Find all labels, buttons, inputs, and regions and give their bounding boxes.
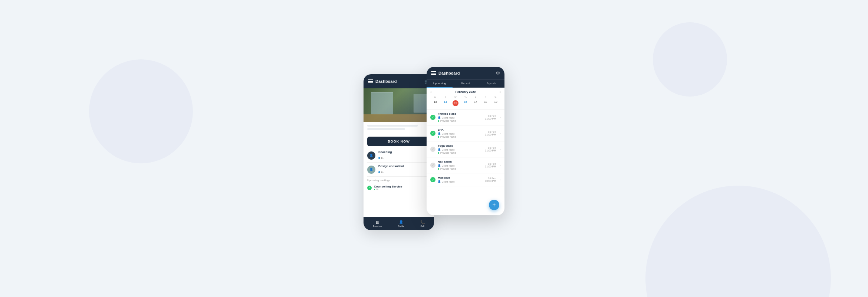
booking-name: Massage — [438, 176, 483, 179]
footer-item-call[interactable]: 📞 Call — [420, 220, 425, 227]
bookings-list: ✓ Fitness class 👤 Client name Provider n… — [427, 110, 504, 186]
booking-item[interactable]: ✓ Fitness class 👤 Client name Provider n… — [427, 110, 504, 125]
booking-item[interactable]: ✓ SPA 👤 Client name Provider name 16 Feb — [427, 125, 504, 141]
day-label-s: S — [481, 96, 491, 98]
service-badge: 1h — [378, 171, 384, 173]
booking-datetime: 16 Feb 10:00 PM — [485, 177, 496, 182]
cal-date-15[interactable]: 15 — [450, 99, 460, 107]
provider-name: Provider name — [440, 120, 456, 122]
profile-icon: 👤 — [399, 220, 403, 224]
service-info: Design consultant 1h — [378, 164, 404, 174]
badge-dot — [378, 171, 380, 173]
booking-date: 16 Feb — [485, 131, 496, 133]
provider-dot — [438, 136, 439, 138]
client-icon: 👤 — [438, 148, 441, 151]
booking-check-icon: ✓ — [430, 163, 435, 168]
fab-add-button[interactable]: + — [489, 200, 499, 210]
day-label-su: Su — [491, 96, 501, 98]
check-mark: ✓ — [432, 116, 434, 119]
footer-item-profile[interactable]: 👤 Profile — [398, 220, 404, 227]
booking-client: 👤 Client name — [438, 132, 483, 135]
provider-dot — [438, 120, 439, 122]
badge-dot — [378, 157, 380, 159]
cal-date-17[interactable]: 17 — [471, 99, 481, 107]
booking-check-icon: ✓ — [430, 115, 435, 120]
booking-provider: Provider name — [438, 167, 483, 170]
booking-item[interactable]: ✓ Yoga class 👤 Client name Provider name… — [427, 141, 504, 157]
hamburger-line-3 — [368, 82, 373, 83]
hamburger-icon-right[interactable] — [431, 71, 436, 75]
upcoming-name: Counselling Service — [374, 185, 402, 188]
client-name: Client name — [442, 180, 455, 183]
cal-date-19[interactable]: 19 — [491, 99, 501, 107]
booking-name: SPA — [438, 128, 483, 131]
day-label-f: F — [471, 96, 481, 98]
calendar-day-labels: M T W Th F S Su — [430, 96, 501, 98]
booking-date: 16 Feb — [485, 115, 496, 117]
booking-info: Massage 👤 Client name — [438, 176, 483, 183]
booking-client: 👤 Client name — [438, 148, 483, 151]
booking-datetime: 16 Feb 11:00 PM — [485, 131, 496, 136]
phone-right-header: Dashboard ⚙ — [427, 67, 504, 79]
booking-date: 16 Feb — [485, 147, 496, 149]
hamburger-line-1 — [368, 79, 373, 80]
skeleton-line-1 — [367, 125, 418, 127]
hero-image — [364, 88, 434, 122]
booking-check-icon: ✓ — [430, 131, 435, 136]
upcoming-title: Upcoming bookings — [367, 179, 430, 182]
arrow-icon: › — [500, 132, 501, 135]
phone-left-footer: ▦ Bookings 👤 Profile 📞 Call — [364, 217, 434, 230]
cal-date-14[interactable]: 14 — [440, 99, 450, 107]
footer-item-bookings[interactable]: ▦ Bookings — [373, 220, 382, 227]
tab-recent[interactable]: Recent — [453, 80, 479, 88]
cal-next-button[interactable]: › — [500, 90, 501, 94]
booking-name: Yoga class — [438, 144, 483, 147]
tab-upcoming[interactable]: Upcoming — [427, 80, 453, 88]
bookings-icon: ▦ — [376, 220, 379, 224]
book-now-button[interactable]: BOOK NOW — [367, 137, 430, 146]
booking-date: 16 Feb — [485, 163, 496, 165]
booking-item[interactable]: ✓ Massage 👤 Client name 16 Feb 10:00 PM … — [427, 173, 504, 186]
hamburger-icon[interactable] — [368, 79, 373, 83]
day-label-w: W — [450, 96, 460, 98]
tabs-row: Upcoming Recent Agenda — [427, 79, 504, 88]
upcoming-info: Counselling Service ● 1h — [374, 185, 402, 190]
tab-agenda[interactable]: Agenda — [479, 80, 504, 88]
phone-right: Dashboard ⚙ Upcoming Recent Agenda ‹ Feb… — [427, 67, 504, 215]
filter-icon[interactable]: ⚙ — [496, 71, 500, 76]
bg-circle-bottom-right — [645, 186, 831, 297]
cal-date-18[interactable]: 18 — [481, 99, 491, 107]
calendar-section: ‹ February 2020 › M T W Th F S Su 13 14 … — [427, 88, 504, 110]
check-mark: ✓ — [432, 132, 434, 135]
badge-text: 1h — [381, 171, 384, 173]
service-list: 👤 Coaching 1h 👤 Design consultant — [364, 148, 434, 177]
service-name: Design consultant — [378, 164, 404, 168]
provider-dot — [438, 152, 439, 154]
booking-date: 16 Feb — [485, 177, 496, 180]
booking-datetime: 16 Feb 11:00 PM — [485, 163, 496, 168]
booking-datetime: 16 Feb 11:00 PM — [485, 147, 496, 152]
upcoming-section: Upcoming bookings ✓ Counselling Service … — [364, 177, 434, 193]
header-left: Dashboard — [368, 79, 397, 84]
client-icon: 👤 — [438, 116, 441, 119]
time-dot: ● — [374, 188, 375, 190]
bg-circle-right-top — [653, 22, 727, 97]
footer-label: Call — [420, 225, 424, 227]
booking-client: 👤 Client name — [438, 164, 483, 167]
booking-name: Fitness class — [438, 112, 483, 115]
cal-prev-button[interactable]: ‹ — [430, 90, 431, 94]
client-name: Client name — [442, 148, 455, 151]
cal-date-16[interactable]: 16 — [460, 99, 470, 107]
check-mark: ✓ — [432, 178, 434, 182]
upcoming-duration: 1h — [376, 188, 379, 190]
booking-provider: Provider name — [438, 120, 483, 122]
arrow-icon: › — [500, 148, 501, 151]
cal-date-13[interactable]: 13 — [430, 99, 440, 107]
provider-name: Provider name — [440, 151, 456, 154]
booking-client: 👤 Client name — [438, 180, 483, 183]
client-icon: 👤 — [438, 132, 441, 135]
badge-text: 1h — [381, 157, 384, 159]
skeleton-line-2 — [367, 128, 405, 130]
client-name: Client name — [442, 164, 455, 167]
booking-item[interactable]: ✓ Nail salon 👤 Client name Provider name… — [427, 157, 504, 173]
